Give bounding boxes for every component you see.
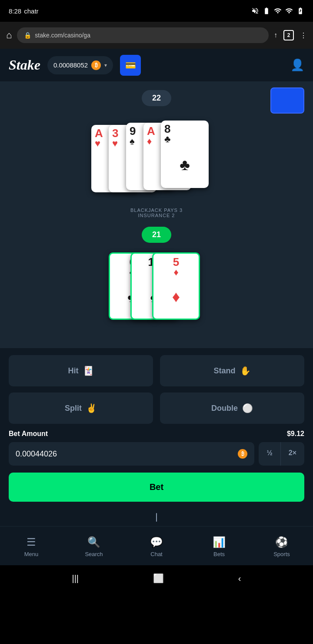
hit-label: Hit <box>68 366 79 376</box>
stake-logo: Stake <box>9 57 40 73</box>
search-icon: 🔍 <box>87 536 100 548</box>
url-text: stake.com/casino/ga <box>35 32 90 39</box>
dealer-face-down-card <box>270 87 304 114</box>
nav-sports[interactable]: ⚽ Sports <box>262 536 301 557</box>
stand-button[interactable]: Stand ✋ <box>160 355 304 386</box>
half-multiplier-button[interactable]: ½ <box>259 442 280 466</box>
bet-input-value: 0.00044026 <box>16 449 57 459</box>
card-center-suit: ♣ <box>164 144 205 185</box>
tab-count[interactable]: 2 <box>283 30 294 40</box>
sports-icon: ⚽ <box>275 536 288 548</box>
scroll-indicator <box>0 509 313 526</box>
split-button[interactable]: Split ✌ <box>9 392 153 424</box>
wallet-button[interactable]: 💳 <box>120 55 141 76</box>
card-suit: ♦ <box>157 268 195 277</box>
browser-bar: ⌂ 🔒 stake.com/casino/ga ↑ 2 ⋮ <box>0 22 313 49</box>
balance-button[interactable]: 0.00088052 ₿ ▾ <box>47 56 113 74</box>
bet-amount-label: Bet Amount <box>9 430 48 438</box>
bet-amount-row: Bet Amount $9.12 <box>9 430 304 438</box>
bottom-nav: ☰ Menu 🔍 Search 💬 Chat 📊 Bets ⚽ Sports <box>0 526 313 565</box>
card-center-suit: ♦ <box>157 277 195 316</box>
player-card-3: 5 ♦ ♦ <box>152 252 200 320</box>
split-icon: ✌ <box>86 403 97 413</box>
bet-btc-icon: ₿ <box>238 449 247 459</box>
player-area: 21 6 ♣ ♣ 10 ♠ ♠ 5 ♦ ♦ <box>109 227 204 339</box>
menu-dots-icon[interactable]: ⋮ <box>300 31 307 40</box>
double-button[interactable]: Double ⚪ <box>160 392 304 424</box>
bets-label: Bets <box>213 551 225 557</box>
sports-label: Sports <box>273 551 290 557</box>
stand-icon: ✋ <box>240 366 251 376</box>
signal-icon <box>285 7 293 15</box>
split-label: Split <box>65 404 82 413</box>
nav-search[interactable]: 🔍 Search <box>74 536 113 557</box>
player-score-badge: 21 <box>142 227 171 243</box>
menu-label: Menu <box>24 551 39 557</box>
hit-icon: 🃏 <box>83 366 94 376</box>
dealer-score-badge: 22 <box>142 90 171 106</box>
url-bar[interactable]: 🔒 stake.com/casino/ga <box>17 27 269 43</box>
dealer-score: 22 <box>152 94 161 102</box>
player-score: 21 <box>152 230 161 239</box>
insurance-text: INSURANCE 2 <box>130 213 183 218</box>
controls-area: Hit 🃏 Stand ✋ Split ✌ Double ⚪ Bet Amoun… <box>0 348 313 509</box>
nav-bets[interactable]: 📊 Bets <box>200 536 239 557</box>
android-recent-icon[interactable]: ||| <box>72 574 79 584</box>
chat-label: Chat <box>150 551 162 557</box>
card-rank: 8 <box>164 123 205 134</box>
battery-icon <box>263 7 270 15</box>
bet-button[interactable]: Bet <box>9 473 304 502</box>
bet-input-row: 0.00044026 ₿ ½ 2× <box>9 442 304 466</box>
home-icon[interactable]: ⌂ <box>6 30 12 41</box>
nav-chat[interactable]: 💬 Chat <box>137 536 176 557</box>
wifi-icon <box>274 7 282 15</box>
status-bar: 8:28 chatr <box>0 0 313 22</box>
charging-icon <box>296 7 304 15</box>
dealer-cards-area: A ♥ ♥ 3 ♥ ♥ 9 ♠ ♠ A ♦ ♦ 8 ♣ ♣ <box>91 121 204 212</box>
game-area: 22 A ♥ ♥ 3 ♥ ♥ 9 ♠ ♠ A ♦ ♦ 8 <box>0 81 313 348</box>
balance-value: 0.00088052 <box>53 61 88 69</box>
android-home-icon[interactable]: ⬜ <box>153 573 164 584</box>
status-left: 8:28 chatr <box>9 7 39 15</box>
hit-button[interactable]: Hit 🃏 <box>9 355 153 386</box>
card-rank: 5 <box>157 256 195 268</box>
action-row-2: Split ✌ Double ⚪ <box>9 392 304 424</box>
scroll-bar <box>156 513 157 522</box>
dealer-card-5: 8 ♣ ♣ <box>161 121 209 188</box>
android-nav-bar: ||| ⬜ ‹ <box>0 565 313 591</box>
player-cards-area: 6 ♣ ♣ 10 ♠ ♠ 5 ♦ ♦ <box>109 252 204 339</box>
bets-icon: 📊 <box>213 536 226 548</box>
bet-multipliers: ½ 2× <box>259 442 304 466</box>
search-label: Search <box>85 551 103 557</box>
action-row-1: Hit 🃏 Stand ✋ <box>9 355 304 386</box>
nav-menu[interactable]: ☰ Menu <box>12 536 51 557</box>
share-icon[interactable]: ↑ <box>274 31 277 39</box>
card-suit: ♣ <box>164 134 205 144</box>
lock-icon: 🔒 <box>24 32 31 39</box>
bet-input-container[interactable]: 0.00044026 ₿ <box>9 442 254 466</box>
status-icons <box>251 7 304 15</box>
menu-icon: ☰ <box>27 536 36 548</box>
double-icon: ⚪ <box>242 403 253 413</box>
chevron-down-icon: ▾ <box>104 62 107 68</box>
bet-usd-value: $9.12 <box>287 430 304 438</box>
browser-actions: ↑ 2 ⋮ <box>274 30 307 40</box>
stand-label: Stand <box>213 366 235 376</box>
btc-icon: ₿ <box>91 60 101 70</box>
app-header: Stake 0.00088052 ₿ ▾ 💳 👤 <box>0 49 313 81</box>
double-label: Double <box>211 404 238 413</box>
user-button[interactable]: 👤 <box>290 58 304 72</box>
double-multiplier-button[interactable]: 2× <box>281 442 304 466</box>
chat-icon: 💬 <box>150 536 163 548</box>
carrier-display: chatr <box>24 7 38 15</box>
android-back-icon[interactable]: ‹ <box>238 574 241 584</box>
mute-icon <box>251 7 259 15</box>
time-display: 8:28 <box>9 7 21 15</box>
